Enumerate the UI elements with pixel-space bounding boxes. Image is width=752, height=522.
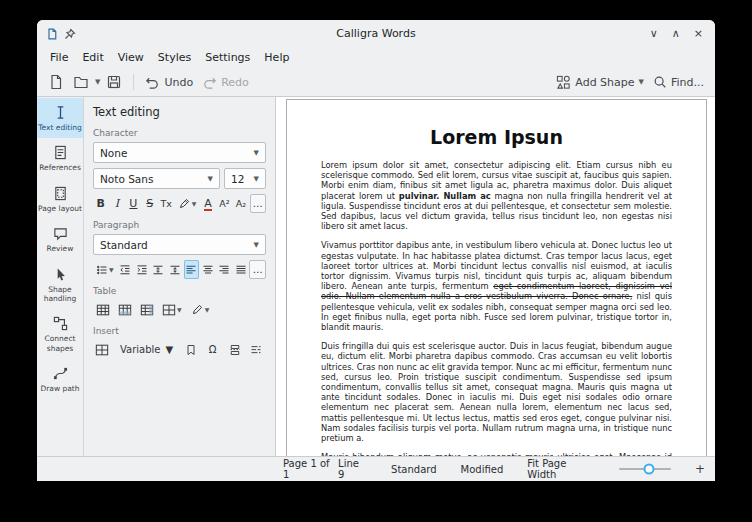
align-justify-button[interactable] [233,260,248,279]
menu-styles[interactable]: Styles [151,49,198,66]
maximize-button[interactable]: ∧ [672,28,680,39]
document-page[interactable]: Lorem Ipsun Lorem ipsum dolor sit amet, … [286,99,707,456]
chevron-down-icon: ▼ [192,200,197,207]
statusbar: Page 1 of 1 Line 9 Standard Modified Fit… [37,456,715,481]
tool-dock-tabs: Text editing References Page layout Revi… [37,97,84,456]
dock-tab-label: Shape handling [38,285,82,304]
style-indicator[interactable]: Standard [391,464,437,475]
dock-tab-label: Review [47,244,74,253]
chevron-down-icon: ▼ [205,306,210,313]
decrease-indent-button[interactable] [118,260,133,279]
save-button[interactable] [103,71,125,93]
close-button[interactable]: × [694,28,703,39]
app-icon[interactable] [45,27,58,40]
font-color-button[interactable]: A [200,194,215,213]
paragraph-more-button[interactable]: … [249,260,266,279]
font-size-combobox[interactable]: 12 ▼ [224,168,266,189]
font-family-combobox[interactable]: Noto Sans ▼ [93,168,220,189]
chevron-down-icon: ▼ [254,175,259,183]
dock-tab-text-editing[interactable]: Text editing [37,98,83,138]
table-insert-row-icon [118,303,132,317]
insert-bookmark-button[interactable] [181,340,200,359]
special-character-icon: Ω [209,344,217,355]
dock-tab-references[interactable]: References [37,138,83,178]
insert-column-button[interactable] [137,300,156,319]
document-paragraph[interactable]: Vivamus porttitor dapibus ante, in vesti… [321,240,672,332]
character-more-button[interactable]: … [250,194,267,213]
text-cursor-icon [53,105,68,120]
align-justify-icon [235,264,247,276]
character-style-combobox[interactable]: None ▼ [93,142,266,163]
dock-tab-review[interactable]: Review [37,219,83,259]
insert-table-button[interactable] [93,300,112,319]
menu-view[interactable]: View [111,49,151,66]
document-body[interactable]: Lorem ipsum dolor sit amet, consectetur … [321,160,672,456]
find-button[interactable]: Find... [650,71,707,93]
redo-button[interactable]: Redo [199,71,252,93]
italic-button[interactable]: I [109,194,124,213]
align-right-button[interactable] [216,260,231,279]
align-left-button[interactable] [184,260,199,279]
document-paragraph[interactable]: Mauris bibendum aliquam metus, ac venena… [321,452,672,456]
panel-title: Text editing [93,105,266,119]
zoom-mode-button[interactable]: Fit Page Width [527,458,595,480]
dock-tab-draw-path[interactable]: Draw path [37,359,83,399]
underline-button[interactable]: U [126,194,141,213]
open-document-button[interactable] [70,71,92,93]
document-paragraph[interactable]: Lorem ipsum dolor sit amet, consectetur … [321,160,672,231]
zoom-slider-handle[interactable] [644,464,655,475]
insert-frame-button[interactable] [93,340,112,359]
minimize-button[interactable]: ∨ [650,28,658,39]
insert-special-character-button[interactable]: Ω [203,340,222,359]
superscript-button[interactable]: A² [217,194,232,213]
paragraph-style-combobox[interactable]: Standard ▼ [93,234,266,255]
table-pen-style-button[interactable]: ▼ [188,300,213,319]
menu-help[interactable]: Help [257,49,296,66]
insert-row-button[interactable] [115,300,134,319]
document-title[interactable]: Lorem Ipsun [321,126,672,148]
menu-edit[interactable]: Edit [75,49,110,66]
dock-tab-page-layout[interactable]: Page layout [37,179,83,219]
font-size-value: 12 [231,173,244,185]
document-canvas: Lorem Ipsun Lorem ipsum dolor sit amet, … [276,97,715,456]
titlebar[interactable]: Calligra Words ∨ ∧ × [37,20,715,47]
align-center-button[interactable] [200,260,215,279]
menu-settings[interactable]: Settings [198,49,257,66]
pin-icon[interactable] [63,27,76,40]
document-paragraph[interactable]: Duis fringilla dui quis est scelerisque … [321,341,672,443]
increase-paragraph-spacing-button[interactable] [167,260,182,279]
decrease-paragraph-spacing-button[interactable] [151,260,166,279]
add-shape-button[interactable]: Add Shape ▼ [553,71,647,93]
zoom-slider[interactable] [619,463,671,475]
comment-bubble-icon [53,226,68,241]
subscript-button[interactable]: A₂ [233,194,248,213]
highlight-color-button[interactable]: ▼ [175,194,200,213]
dock-tab-shape-handling[interactable]: Shape handling [37,260,83,310]
add-shape-label: Add Shape [575,76,634,89]
undo-button[interactable]: Undo [142,71,196,93]
change-case-button[interactable]: Tx [158,194,173,213]
line-indicator: Line 9 [338,458,367,480]
toolbar-separator [133,74,134,90]
open-recent-chevron-icon[interactable]: ▼ [95,79,100,86]
insert-variable-button[interactable]: Variable ▼ [115,340,178,359]
bullet-list-icon [96,264,108,276]
dock-tab-label: Connect shapes [38,334,82,353]
new-document-button[interactable] [45,71,67,93]
character-section-label: Character [93,128,266,138]
bold-button[interactable]: B [93,194,108,213]
add-shape-chevron-icon: ▼ [639,79,644,86]
strikethrough-button[interactable]: S [142,194,157,213]
connector-icon [53,316,68,331]
menu-file[interactable]: File [43,49,75,66]
list-style-button[interactable]: ▼ [93,260,117,279]
insert-index-button[interactable] [247,340,266,359]
dock-tab-connect-shapes[interactable]: Connect shapes [37,309,83,359]
spacing-increase-icon [169,264,181,276]
table-borders-button[interactable]: ▼ [159,300,185,319]
zoom-in-button[interactable]: + [695,462,705,476]
insert-section-label: Insert [93,326,266,336]
paragraph-section-label: Paragraph [93,220,266,230]
increase-indent-button[interactable] [134,260,149,279]
insert-page-break-button[interactable] [225,340,244,359]
